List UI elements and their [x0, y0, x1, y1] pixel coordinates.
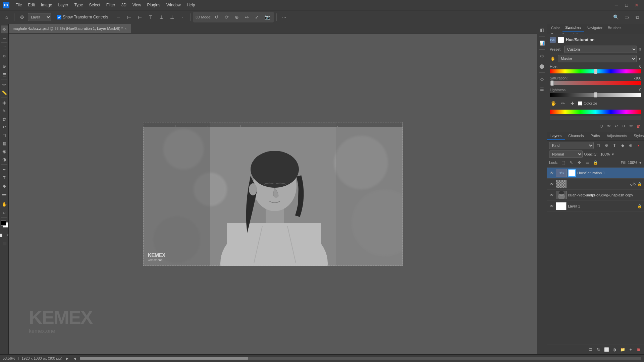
align-top-btn[interactable]: ⊤ [146, 12, 155, 22]
clip-to-layer-btn[interactable]: ⬡ [598, 123, 604, 129]
fill-arrow[interactable]: ▼ [639, 161, 642, 165]
lock-image-btn[interactable]: ✎ [568, 159, 575, 166]
layer-2-visibility-btn[interactable]: 👁 [549, 192, 554, 198]
path-select-tool[interactable]: ◆ [1, 182, 8, 189]
artboard-tool[interactable]: ▭ [1, 34, 8, 41]
filter-type-btn[interactable]: T [611, 142, 618, 149]
add-fx-btn[interactable]: fx [595, 346, 602, 353]
history-brush-tool[interactable]: ↶ [1, 123, 8, 131]
menu-type[interactable]: Type [71, 2, 86, 8]
mask-icon[interactable]: ⬤ [538, 62, 546, 70]
ruler-tool[interactable]: 📏 [1, 89, 8, 96]
menu-select[interactable]: Select [86, 2, 103, 8]
home-btn[interactable]: ⌂ [2, 12, 11, 22]
show-transform-checkbox[interactable] [57, 15, 61, 19]
window-close-btn[interactable]: ✕ [632, 0, 641, 10]
align-center-v-btn[interactable]: ⊥ [157, 12, 166, 22]
menu-plugins[interactable]: Plugins [145, 2, 163, 8]
menu-file[interactable]: File [13, 2, 24, 8]
lock-transparent-btn[interactable]: ⬚ [560, 159, 567, 166]
quick-mask-btn[interactable]: ⬜ [0, 232, 4, 239]
change-screen-btn[interactable]: ⧉ [5, 232, 9, 239]
preset-options-btn[interactable]: ⚙ [638, 48, 641, 51]
align-right-btn[interactable]: ⊢ [135, 12, 145, 22]
distribute-btn[interactable]: ⫠ [178, 12, 187, 22]
hand-tool[interactable]: ✋ [1, 200, 8, 208]
menu-view[interactable]: View [130, 2, 144, 8]
screen-mode-btn[interactable]: ⬛ [1, 240, 8, 247]
status-scroll-left[interactable]: ◀ [72, 356, 77, 361]
heal-tool[interactable]: ✚ [1, 99, 8, 107]
lock-all-btn[interactable]: 🔒 [592, 159, 599, 166]
filter-kind-dropdown[interactable]: Kind [549, 142, 594, 149]
align-left-btn[interactable]: ⊣ [114, 12, 123, 22]
canvas-container[interactable]: KEMEX kemex.one KEMEX kemex.one [9, 34, 537, 354]
show-transform-label[interactable]: Show Transform Controls [57, 15, 108, 19]
3d-slide-btn[interactable]: ⇔ [242, 12, 252, 22]
type-tool[interactable]: T [1, 174, 8, 181]
adjustments-tab[interactable]: Adjustments [603, 132, 631, 140]
clone-tool[interactable]: ✿ [1, 115, 8, 123]
on-image-adjust-btn[interactable]: 🖐 [550, 100, 557, 107]
tab-info[interactable]: Info [571, 32, 582, 34]
lightness-slider-track[interactable] [550, 93, 641, 97]
pen-tool[interactable]: ✒ [1, 166, 8, 173]
menu-edit[interactable]: Edit [25, 2, 38, 8]
layer-3-visibility-btn[interactable]: 👁 [549, 203, 554, 209]
crop-tool[interactable]: ⊕ [1, 62, 8, 70]
hue-value[interactable]: 0 [639, 64, 641, 68]
shape-tool[interactable]: ▬ [1, 190, 8, 197]
layer-0-visibility-btn[interactable]: 👁 [549, 170, 554, 176]
view-btn[interactable]: ▭ [622, 12, 631, 22]
3d-scale-btn[interactable]: ⤢ [252, 12, 262, 22]
layers-tab[interactable]: Layers [547, 132, 565, 140]
filter-adjustment-btn[interactable]: ⚙ [603, 142, 610, 149]
channel-options-btn[interactable]: ▼ [638, 57, 641, 61]
layer-1-visibility-btn[interactable]: 👁 [549, 181, 554, 187]
lock-artboard-btn[interactable]: ▭ [584, 159, 591, 166]
colorize-checkbox[interactable] [578, 101, 582, 106]
menu-3d[interactable]: 3D [118, 2, 129, 8]
eyedropper-tool[interactable]: ✏ [1, 81, 8, 88]
lasso-tool[interactable]: ⌀ [1, 52, 8, 59]
reset-btn[interactable]: ↺ [621, 123, 627, 129]
window-maximize-btn[interactable]: □ [622, 0, 631, 10]
menu-image[interactable]: Image [38, 2, 55, 8]
panel-btn[interactable]: ⧉ [633, 12, 642, 22]
document-tab[interactable]: maghale 4صفحات.psd @ 53.6% (Hue/Saturati… [9, 24, 131, 33]
brush-tool[interactable]: ✎ [1, 107, 8, 115]
frame-tool[interactable]: ⬒ [1, 70, 8, 78]
lightness-slider-thumb[interactable] [594, 92, 597, 98]
sample-color-btn[interactable]: ✏ [559, 100, 567, 107]
tab-navigator[interactable]: Navigator [584, 24, 605, 31]
saturation-slider-track[interactable] [550, 81, 641, 85]
sample-color-add-btn[interactable]: ✚ [569, 100, 576, 107]
window-minimize-btn[interactable]: ─ [612, 0, 621, 10]
show-hide-btn[interactable]: 👁 [628, 123, 634, 129]
tab-color[interactable]: Color [548, 24, 562, 31]
rect-select-tool[interactable]: ⬚ [1, 44, 8, 51]
move-tool[interactable]: ✥ [1, 25, 8, 33]
opacity-arrow[interactable]: ▼ [611, 153, 614, 156]
layer-row[interactable]: 👁 Layer 1 🔒 [547, 201, 644, 212]
filter-smart-btn[interactable]: ⊕ [627, 142, 634, 149]
layer-row[interactable]: 👁 elijah-hiett-umfpFoKxIVg-unsplash copy [547, 190, 644, 201]
lightness-value[interactable]: 0 [639, 88, 641, 92]
opacity-value[interactable]: 100% [600, 152, 610, 156]
align-bottom-btn[interactable]: ⊥ [167, 12, 177, 22]
eraser-tool[interactable]: ◻ [1, 131, 8, 139]
status-scrollbar[interactable] [80, 357, 641, 360]
shapes-icon[interactable]: ◇ [538, 75, 546, 83]
canvas-image[interactable]: KEMEX kemex.one [143, 122, 403, 266]
menu-filter[interactable]: Filter [104, 2, 118, 8]
visibility-toggle-btn[interactable]: 👁 [606, 123, 612, 129]
colorize-label[interactable]: Colorize [578, 101, 597, 106]
channel-dropdown[interactable]: Master Reds Yellows [558, 55, 637, 62]
menu-window[interactable]: Window [164, 2, 183, 8]
move-tool-icon[interactable]: ✥ [17, 12, 26, 22]
delete-adjustment-btn[interactable]: 🗑 [635, 123, 641, 129]
search-btn[interactable]: 🔍 [611, 12, 621, 22]
3d-rotate-btn[interactable]: ↺ [212, 12, 221, 22]
tab-swatches[interactable]: Swatches [562, 24, 584, 32]
filter-pixel-btn[interactable]: ◻ [595, 142, 602, 149]
